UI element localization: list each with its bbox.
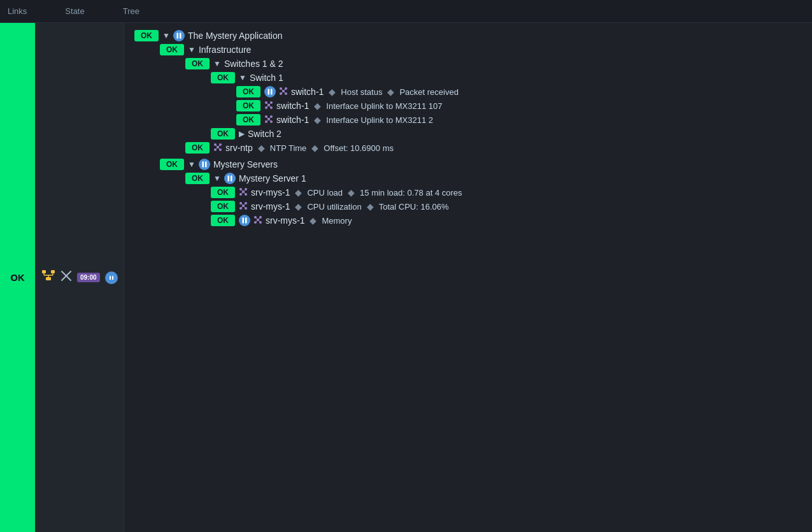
diamond-icon: ◆ (295, 187, 302, 198)
header-links: Links (8, 6, 27, 16)
node-infrastructure[interactable]: OK ▼ Infrastructure (160, 44, 802, 55)
arrow-down-icon: ▼ (213, 59, 221, 68)
badge-srv-mys1-cpu-load: OK (211, 187, 235, 198)
diamond-icon: ◆ (348, 187, 355, 198)
svg-line-23 (283, 91, 286, 94)
srv-mys1-cpu-load-label: CPU load (307, 188, 343, 198)
srv-mys1-cpu-load-value: 15 min load: 0.78 at 4 cores (360, 188, 462, 198)
diamond-icon: ◆ (295, 201, 302, 212)
switch1-label: Switch 1 (250, 73, 283, 83)
infrastructure-label: Infrastructure (199, 45, 251, 55)
svg-line-63 (243, 192, 246, 194)
svg-rect-73 (243, 218, 245, 224)
svg-line-62 (241, 192, 243, 194)
svg-line-72 (243, 206, 246, 208)
arrow-down-icon: ▼ (213, 174, 221, 183)
node-switches12[interactable]: OK ▼ Switches 1 & 2 (185, 58, 802, 69)
network-icon[interactable] (41, 270, 55, 285)
header-state: State (65, 6, 84, 16)
mystery-server1-label: Mystery Server 1 (239, 173, 306, 183)
svg-line-81 (258, 217, 260, 220)
left-panel: OK (0, 23, 124, 532)
svg-line-49 (215, 147, 218, 150)
svg-line-38 (266, 117, 269, 119)
arrow-down-icon: ▼ (188, 45, 196, 54)
srv-mys1-name1: srv-mys-1 (251, 187, 290, 198)
svg-line-83 (258, 220, 260, 222)
node-switch2[interactable]: OK ▶ Switch 2 (211, 128, 802, 140)
srv-ntp-offset: Offset: 10.6900 ms (324, 143, 394, 153)
badge-srv-ntp: OK (185, 142, 210, 154)
srv-mys1-cpu-util-value: Total CPU: 16.06% (379, 202, 449, 212)
node-switch1-host[interactable]: OK switch-1 ◆ Host status ◆ Pack (236, 86, 802, 97)
tag-icon[interactable]: 09:00 (77, 273, 100, 282)
svg-line-29 (266, 103, 269, 105)
svg-rect-9 (110, 276, 111, 280)
svg-rect-53 (227, 176, 229, 182)
srv-mys1-name3: srv-mys-1 (266, 215, 304, 226)
srv-mys1-cpu-util-label: CPU utilization (307, 202, 361, 212)
node-srv-mys1-cpu-load[interactable]: OK srv-mys-1 ◆ CPU load ◆ 15 min load: 0… (211, 187, 802, 198)
host-icon-switch1-iface2 (264, 115, 273, 126)
node-srv-ntp[interactable]: OK srv-ntp ◆ NTP Time ◆ Offset: 10.6900 … (185, 142, 802, 154)
node-root[interactable]: OK ▼ The Mystery Application (134, 30, 802, 41)
svg-line-40 (266, 119, 269, 122)
badge-switch1-host: OK (236, 86, 260, 97)
root-label: The Mystery Application (188, 31, 283, 41)
node-mystery-servers[interactable]: OK ▼ Mystery Servers (160, 159, 802, 170)
switch1-iface1-detail: Interface Uplink to MX3211 107 (326, 101, 442, 111)
pause-circle-icon[interactable] (105, 271, 118, 284)
badge-switch2: OK (211, 128, 235, 140)
badge-mystery-servers: OK (160, 159, 184, 170)
switches12-label: Switches 1 & 2 (224, 59, 283, 69)
tree-panel: OK ▼ The Mystery Application OK ▼ Infras… (124, 23, 812, 532)
host-icon-srv-mys1-cpu (239, 187, 248, 198)
srv-ntp-detail1: NTP Time (270, 143, 307, 153)
host-icon-switch1 (279, 87, 288, 97)
diamond-icon: ◆ (258, 143, 265, 153)
node-srv-mys1-memory[interactable]: OK srv-mys-1 ◆ Memory (211, 215, 802, 226)
host-icon-srv-ntp (213, 143, 222, 154)
diamond-icon: ◆ (387, 87, 394, 97)
svg-line-50 (218, 147, 220, 150)
pause-icon-root (173, 30, 185, 41)
diamond-icon: ◆ (311, 143, 318, 153)
svg-line-21 (283, 89, 286, 91)
badge-mystery-server1: OK (185, 173, 210, 184)
badge-switch1: OK (211, 72, 235, 83)
header: Links State Tree (0, 0, 812, 23)
switch1-host-status: Host status (341, 87, 382, 97)
switch1-iface2-name: switch-1 (276, 115, 309, 125)
main-layout: OK (0, 23, 812, 532)
svg-line-41 (269, 119, 271, 122)
svg-line-70 (243, 203, 246, 206)
mystery-servers-label: Mystery Servers (213, 159, 278, 169)
pause-icon-mystery-servers (199, 159, 210, 170)
diamond-icon: ◆ (310, 215, 317, 226)
svg-rect-54 (231, 176, 232, 182)
node-switch1-iface2[interactable]: OK switch-1 ◆ Interface Uplink to MX3211… (236, 114, 802, 126)
node-srv-mys1-cpu-util[interactable]: OK srv-mys-1 ◆ CPU utilization ◆ Total C… (211, 201, 802, 212)
svg-line-60 (241, 189, 243, 192)
diamond-icon: ◆ (367, 201, 374, 212)
switch1-packet-received: Packet received (399, 87, 459, 97)
srv-mys1-memory-label: Memory (322, 216, 352, 226)
badge-infrastructure: OK (160, 44, 184, 55)
node-mystery-server1[interactable]: OK ▼ Mystery Server 1 (185, 173, 802, 184)
svg-rect-1 (42, 270, 46, 273)
badge-srv-mys1-memory: OK (211, 215, 235, 226)
svg-line-69 (241, 203, 243, 206)
node-switch1[interactable]: OK ▼ Switch 1 (211, 72, 802, 83)
svg-rect-52 (205, 162, 207, 168)
svg-line-32 (269, 105, 271, 108)
arrow-down-icon: ▼ (162, 31, 170, 40)
svg-rect-2 (51, 270, 55, 273)
cut-icon[interactable] (61, 270, 72, 285)
svg-rect-74 (245, 218, 247, 224)
arrow-down-icon: ▼ (239, 73, 246, 82)
pause-icon-mystery-server1 (224, 173, 236, 184)
host-icon-srv-mys1-memory (253, 215, 262, 226)
srv-mys1-name2: srv-mys-1 (251, 201, 290, 212)
svg-line-80 (255, 217, 258, 220)
node-switch1-iface1[interactable]: OK switch-1 ◆ Interface Uplink to MX3211… (236, 100, 802, 111)
